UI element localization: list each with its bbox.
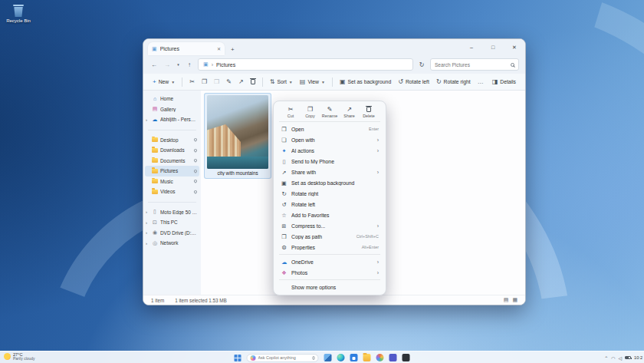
breadcrumb-location[interactable]: Pictures xyxy=(216,62,235,68)
rename-button[interactable]: ✎ Rename xyxy=(321,106,338,118)
back-icon[interactable]: ← xyxy=(150,61,159,68)
hidden-icons-chevron[interactable]: ⌃ xyxy=(604,355,608,361)
chevron-right-icon[interactable]: › xyxy=(146,117,147,122)
refresh-icon[interactable]: ↻ xyxy=(417,61,426,68)
rotate-left-button[interactable]: ↺ Rotate left xyxy=(395,77,432,87)
menu-item-open-with[interactable]: ❏ Open with › xyxy=(276,134,383,145)
sidebar-item-this-pc[interactable]: › ⊡ This PC xyxy=(145,217,199,228)
clock[interactable]: 10:2 xyxy=(634,355,642,360)
microsoft-store-icon[interactable] xyxy=(350,354,358,361)
view-icon: ▤ xyxy=(300,78,306,85)
chevron-right-icon[interactable]: › xyxy=(146,241,147,246)
sidebar-item-dvd-drive[interactable]: › ◉ DVD Drive (D:) CCC xyxy=(145,228,199,239)
menu-item-copy-as-path[interactable]: ❐ Copy as path Ctrl+Shift+C xyxy=(276,231,383,242)
selected-file[interactable]: city with mountains xyxy=(204,93,271,179)
paste-button[interactable]: ❒ xyxy=(211,77,222,87)
close-button[interactable]: ✕ xyxy=(504,39,525,55)
copilot-search-input[interactable] xyxy=(258,355,310,360)
rotate-left-label: Rotate left xyxy=(406,79,429,84)
menu-item-rotate-left[interactable]: ↺ Rotate left xyxy=(276,199,383,210)
sidebar-item-documents[interactable]: Documents xyxy=(145,156,199,167)
sidebar-item-downloads[interactable]: Downloads xyxy=(145,145,199,156)
menu-item-send-to-phone[interactable]: ▯ Send to My Phone xyxy=(276,156,383,167)
tab-close-icon[interactable]: ✕ xyxy=(217,46,221,51)
copy-button[interactable]: ❐ xyxy=(199,77,210,87)
sidebar-item-pictures[interactable]: Pictures xyxy=(145,166,199,177)
up-icon[interactable]: ↑ xyxy=(185,61,194,68)
share-button[interactable]: ↗ Share xyxy=(341,106,358,118)
rename-icon: ✎ xyxy=(226,78,232,85)
cut-icon: ✂ xyxy=(189,78,195,85)
details-button[interactable]: ◨ Details xyxy=(489,77,519,87)
recent-locations-icon[interactable]: ▾ xyxy=(176,62,181,67)
menu-item-compress-to[interactable]: ⊞ Compress to... › xyxy=(276,220,383,231)
wifi-icon[interactable]: ◠ xyxy=(611,355,615,361)
menu-item-photos[interactable]: ❖ Photos › xyxy=(276,267,383,278)
edge-browser-icon[interactable] xyxy=(337,354,345,361)
explorer-tab[interactable]: ▣ Pictures ✕ xyxy=(148,42,225,55)
sort-button[interactable]: ⇅ Sort ▼ xyxy=(267,77,296,87)
network-icon: ◎ xyxy=(152,240,158,246)
breadcrumb[interactable]: ▣ › Pictures xyxy=(198,58,413,71)
copy-button[interactable]: ❐ Copy xyxy=(302,106,319,118)
more-options-button[interactable]: … xyxy=(475,77,487,87)
sidebar-item-label: Videos xyxy=(160,189,192,194)
cut-button[interactable]: ✂ Cut xyxy=(282,106,299,118)
chevron-right-icon[interactable]: › xyxy=(146,230,147,235)
minimize-button[interactable]: – xyxy=(461,39,482,55)
weather-widget[interactable]: 27°C Partly cloudy xyxy=(4,352,35,361)
search-box[interactable] xyxy=(430,58,519,71)
sidebar-item-home[interactable]: ⌂ Home xyxy=(145,94,199,104)
menu-item-label: Rotate left xyxy=(291,202,379,207)
task-view-button[interactable] xyxy=(324,354,332,361)
menu-item-set-desktop-background[interactable]: ▣ Set as desktop background xyxy=(276,177,383,188)
large-thumbnails-toggle[interactable]: ▦ xyxy=(512,297,518,303)
share-button[interactable]: ↗ xyxy=(235,77,247,87)
delete-button[interactable] xyxy=(248,78,258,86)
new-tab-button[interactable]: + xyxy=(231,46,235,55)
menu-item-onedrive[interactable]: ☁ OneDrive › xyxy=(276,256,383,267)
menu-item-show-more-options[interactable]: Show more options xyxy=(276,282,383,292)
sidebar-item-music[interactable]: Music xyxy=(145,177,199,187)
file-explorer-icon[interactable] xyxy=(363,354,371,361)
sidebar-item-label: Abhijith - Personal xyxy=(160,117,197,122)
menu-item-add-to-favorites[interactable]: ☆ Add to Favorites xyxy=(276,210,383,220)
taskbar-search[interactable] xyxy=(247,354,319,362)
teams-icon[interactable] xyxy=(389,354,397,361)
volume-icon[interactable]: ◁ xyxy=(618,355,622,361)
new-button[interactable]: + New ▼ xyxy=(150,77,178,87)
chevron-right-icon[interactable]: › xyxy=(146,210,147,214)
rename-button[interactable]: ✎ xyxy=(223,77,235,87)
set-background-button[interactable]: ▣ Set as background xyxy=(337,77,394,87)
sidebar-item-videos[interactable]: Videos xyxy=(145,186,199,197)
menu-item-share-with[interactable]: ↗ Share with › xyxy=(276,167,383,177)
folder-icon xyxy=(152,137,158,142)
rotate-right-button[interactable]: ↻ Rotate right xyxy=(433,77,474,87)
photos-app-icon[interactable] xyxy=(376,354,384,361)
menu-item-properties[interactable]: ⚙ Properties Alt+Enter xyxy=(276,242,383,252)
chevron-right-icon[interactable]: › xyxy=(146,220,147,225)
sidebar-item-phone[interactable]: › ▯ Moto Edge 50 Neo xyxy=(145,207,199,218)
view-button[interactable]: ▤ View ▼ xyxy=(297,77,328,87)
cut-button[interactable]: ✂ xyxy=(186,77,198,87)
sidebar-item-onedrive-personal[interactable]: › ☁ Abhijith - Personal xyxy=(145,114,199,125)
sidebar-item-gallery[interactable]: ▤ Gallery xyxy=(145,104,199,115)
menu-item-rotate-right[interactable]: ↻ Rotate right xyxy=(276,188,383,199)
ellipsis-icon: … xyxy=(478,78,484,85)
terminal-icon[interactable] xyxy=(402,354,410,361)
battery-icon[interactable] xyxy=(625,356,631,359)
taskbar-center xyxy=(235,351,410,363)
details-view-toggle[interactable]: ▤ xyxy=(504,297,509,303)
recycle-bin[interactable]: Recycle Bin xyxy=(3,5,34,24)
sidebar-item-desktop[interactable]: Desktop xyxy=(145,135,199,146)
search-input[interactable] xyxy=(435,62,508,68)
menu-item-ai-actions[interactable]: ✦ AI actions › xyxy=(276,145,383,156)
delete-button[interactable]: Delete xyxy=(360,106,377,118)
microphone-icon[interactable] xyxy=(313,356,315,360)
forward-icon[interactable]: → xyxy=(163,61,172,68)
start-button[interactable] xyxy=(235,355,242,361)
image-icon: ▣ xyxy=(281,180,288,186)
menu-item-open[interactable]: ❐ Open Enter xyxy=(276,124,383,134)
maximize-button[interactable]: □ xyxy=(482,39,504,55)
sidebar-item-network[interactable]: › ◎ Network xyxy=(145,238,199,249)
